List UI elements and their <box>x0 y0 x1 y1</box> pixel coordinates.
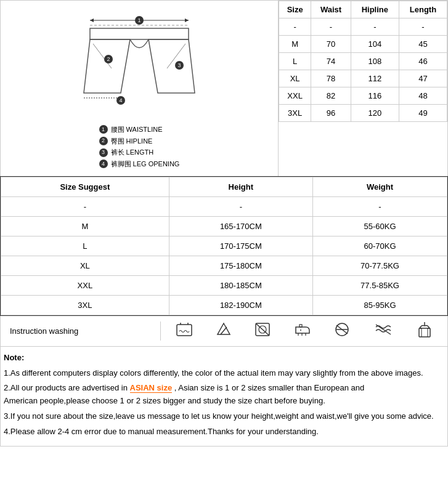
suggest-section: Size Suggest Height Weight ---M165-170CM… <box>0 176 448 316</box>
table-cell: 112 <box>351 70 399 87</box>
svg-text:•: • <box>300 328 302 332</box>
hang-dry-icon <box>417 321 433 341</box>
table-cell: 3XL <box>1 295 169 315</box>
svg-text:1: 1 <box>137 17 141 23</box>
size-table-header-row: Size Waist Hipline Length <box>279 1 447 18</box>
washing-icons: • <box>161 316 447 346</box>
note-title: Note: <box>4 352 444 365</box>
suggest-header-row: Size Suggest Height Weight <box>1 177 447 196</box>
svg-text:4: 4 <box>119 97 122 103</box>
table-cell: - <box>1 196 169 216</box>
table-cell: 48 <box>399 87 447 105</box>
col-height: Height <box>169 177 312 196</box>
svg-text:2: 2 <box>107 56 110 62</box>
table-cell: 180-185CM <box>169 275 312 295</box>
table-row: XXL180-185CM77.5-85KG <box>1 275 447 295</box>
table-cell: L <box>1 236 169 256</box>
shorts-diagram: 1 2 3 4 <box>71 7 207 118</box>
washing-label: Instruction washing <box>1 321 161 341</box>
table-cell: 82 <box>311 87 351 105</box>
table-row: XL175-180CM70-77.5KG <box>1 256 447 275</box>
table-row: --- <box>1 196 447 216</box>
table-cell: 165-170CM <box>169 216 312 236</box>
svg-rect-1 <box>90 28 189 39</box>
table-row: ---- <box>279 18 447 36</box>
table-row: XXL8211648 <box>279 87 447 105</box>
table-row: 3XL9612049 <box>279 105 447 122</box>
no-bleach-icon <box>216 322 231 340</box>
table-cell: M <box>1 216 169 236</box>
table-cell: 85-95KG <box>313 295 447 315</box>
table-cell: 3XL <box>279 105 311 122</box>
svg-rect-33 <box>419 328 430 337</box>
table-cell: 70 <box>311 36 351 53</box>
note-2: 2.All our products are advertised in ASI… <box>4 382 444 408</box>
table-cell: - <box>279 18 311 36</box>
legend-label-1: 腰围 WAISTLINE <box>111 124 163 135</box>
table-row: 3XL182-190CM85-95KG <box>1 295 447 315</box>
table-cell: 182-190CM <box>169 295 312 315</box>
table-cell: M <box>279 36 311 53</box>
col-length: Length <box>399 1 447 18</box>
table-cell: 49 <box>399 105 447 122</box>
note-1: 1.As different computers display colors … <box>4 367 444 380</box>
table-cell: 170-175CM <box>169 236 312 256</box>
svg-marker-6 <box>185 18 189 22</box>
table-cell: - <box>399 18 447 36</box>
wash-basin-icon <box>176 322 193 340</box>
table-cell: XXL <box>279 87 311 105</box>
table-cell: 74 <box>311 53 351 70</box>
legend-item-3: 3 裤长 LENGTH <box>99 147 180 158</box>
table-cell: 116 <box>351 87 399 105</box>
legend-num-3: 3 <box>99 148 108 157</box>
table-cell: 120 <box>351 105 399 122</box>
table-row: M7010445 <box>279 36 447 53</box>
legend-item-4: 4 裤脚围 LEG OPENING <box>99 158 180 170</box>
legend-num-4: 4 <box>99 160 108 168</box>
size-measurement-table-area: Size Waist Hipline Length ----M7010445L7… <box>278 1 447 176</box>
table-row: L170-175CM60-70KG <box>1 236 447 256</box>
svg-line-23 <box>256 323 269 336</box>
note-3: 3.If you not sure about the size,leave u… <box>4 410 444 423</box>
svg-text:3: 3 <box>177 62 181 68</box>
washing-row: Instruction washing <box>0 316 448 347</box>
size-measurement-table: Size Waist Hipline Length ----M7010445L7… <box>279 1 447 122</box>
table-cell: 175-180CM <box>169 256 312 275</box>
legend-label-3: 裤长 LENGTH <box>111 147 154 158</box>
diagram-legend: 1 腰围 WAISTLINE 2 臀围 HIPLINE 3 裤长 LENGTH … <box>99 124 180 170</box>
table-cell: 78 <box>311 70 351 87</box>
note-4: 4.Please allow 2-4 cm error due to manua… <box>4 426 444 439</box>
table-row: M165-170CM55-60KG <box>1 216 447 236</box>
col-weight: Weight <box>313 177 447 196</box>
table-cell: - <box>311 18 351 36</box>
table-cell: XXL <box>1 275 169 295</box>
table-row: L7410846 <box>279 53 447 70</box>
svg-rect-16 <box>177 325 192 336</box>
diagram-area: 1 2 3 4 1 腰围 WAISTLINE 2 臀围 HIPLINE <box>1 1 278 176</box>
asian-size-highlight: ASIAN size <box>130 383 173 393</box>
table-cell: 96 <box>311 105 351 122</box>
suggest-table: Size Suggest Height Weight ---M165-170CM… <box>1 177 447 315</box>
table-cell: 45 <box>399 36 447 53</box>
col-size-suggest: Size Suggest <box>1 177 169 196</box>
table-row: XL7811247 <box>279 70 447 87</box>
table-cell: 104 <box>351 36 399 53</box>
iron-icon: • <box>293 322 311 340</box>
table-cell: 46 <box>399 53 447 70</box>
table-cell: - <box>169 196 312 216</box>
legend-item-2: 2 臀围 HIPLINE <box>99 135 180 147</box>
legend-item-1: 1 腰围 WAISTLINE <box>99 124 180 135</box>
no-wring-icon <box>373 322 393 340</box>
no-dryclean-icon <box>334 322 350 340</box>
svg-marker-5 <box>90 18 94 22</box>
col-hipline: Hipline <box>351 1 399 18</box>
no-tumble-dry-icon <box>255 322 271 340</box>
legend-label-4: 裤脚围 LEG OPENING <box>111 158 180 170</box>
table-cell: 47 <box>399 70 447 87</box>
table-cell: - <box>351 18 399 36</box>
svg-rect-24 <box>299 325 302 327</box>
col-waist: Waist <box>311 1 351 18</box>
table-cell: 55-60KG <box>313 216 447 236</box>
table-cell: L <box>279 53 311 70</box>
col-size: Size <box>279 1 311 18</box>
